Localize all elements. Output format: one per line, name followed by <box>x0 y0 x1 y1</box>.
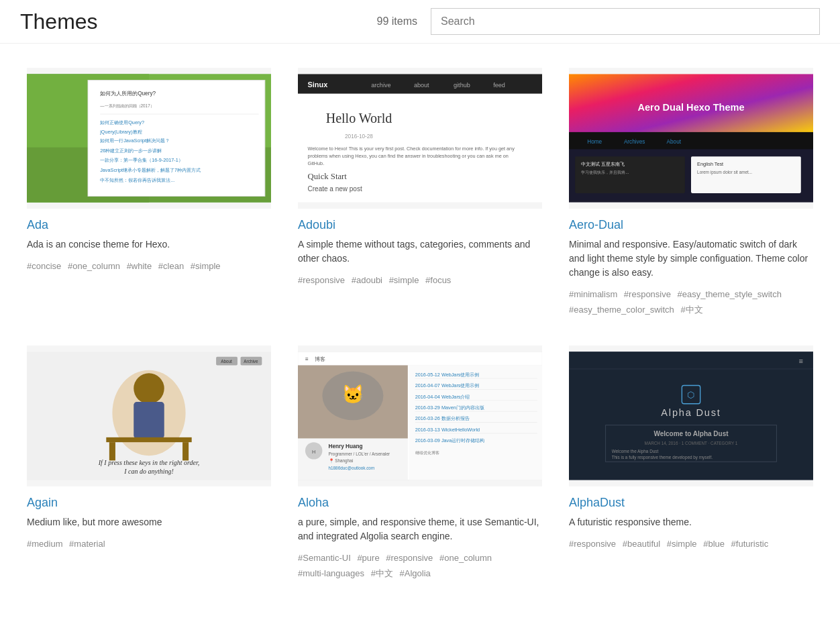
theme-card-adoubi: Sinux archive about github feed Hello Wo… <box>284 57 556 335</box>
svg-text:github: github <box>454 82 470 89</box>
svg-text:H: H <box>312 449 315 455</box>
svg-text:problems when using Hexo, you : problems when using Hexo, you can find t… <box>308 153 509 159</box>
svg-text:📍 Shanghai: 📍 Shanghai <box>329 458 354 464</box>
theme-tags-adoubi: #responsive #adoubi #simple #focus <box>298 272 542 288</box>
svg-text:Archives: Archives <box>624 139 645 145</box>
svg-text:Welcome the Alpha Dust: Welcome the Alpha Dust <box>612 448 659 454</box>
theme-desc-ada: Ada is an concise theme for Hexo. <box>27 237 271 252</box>
svg-text:2016-04-04  WebJars介绍: 2016-04-04 WebJars介绍 <box>415 393 470 399</box>
svg-text:学习使我快乐，并且我将...: 学习使我快乐，并且我将... <box>581 170 629 174</box>
svg-rect-45 <box>134 402 164 439</box>
svg-text:Programmer / LOL'er / Arsenale: Programmer / LOL'er / Arsenaler <box>329 452 391 457</box>
svg-text:Alpha Dust: Alpha Dust <box>661 407 721 418</box>
svg-text:≡: ≡ <box>305 356 309 362</box>
svg-text:如何用一行JavaScript解决问题？: 如何用一行JavaScript解决问题？ <box>100 138 170 144</box>
theme-tags-alphadust: #responsive #beautiful #simple #blue #fu… <box>569 536 813 551</box>
svg-rect-68 <box>415 400 537 401</box>
theme-desc-aloha: a pure, simple, and responsive theme, it… <box>298 515 542 543</box>
svg-rect-74 <box>415 433 537 433</box>
theme-thumbnail-adoubi: Sinux archive about github feed Hello Wo… <box>298 68 542 209</box>
theme-thumbnail-alphadust: ≡ ⬡ Alpha Dust Welcome to Alpha Dust MAR… <box>569 346 813 486</box>
theme-name-aero-dual[interactable]: Aero-Dual <box>569 218 813 232</box>
svg-rect-48 <box>182 442 189 460</box>
themes-grid: 如何为人所用的Query? —一系列指南的回顾（2017） 如何正确使用Quer… <box>0 44 840 598</box>
svg-text:继续优化博客: 继续优化博客 <box>415 450 439 455</box>
svg-text:2016-03-29  Maven门的内容出版: 2016-03-29 Maven门的内容出版 <box>415 405 484 411</box>
svg-text:26种建立正则的一步一步讲解: 26种建立正则的一步一步讲解 <box>100 148 162 154</box>
theme-card-aero-dual: Aero Dual Hexo Theme Home Archives About… <box>556 57 827 335</box>
svg-text:2016-05-12  WebJars使用示例: 2016-05-12 WebJars使用示例 <box>415 372 480 378</box>
page-header: Themes 99 items <box>0 0 840 44</box>
svg-text:2016-10-28: 2016-10-28 <box>345 134 373 140</box>
svg-text:2016-03-13  WicketHelloWorld: 2016-03-13 WicketHelloWorld <box>415 427 480 433</box>
svg-text:This is a fully responsive the: This is a fully responsive theme develop… <box>612 454 713 460</box>
theme-card-alphadust: ≡ ⬡ Alpha Dust Welcome to Alpha Dust MAR… <box>556 335 827 598</box>
svg-text:Quick Start: Quick Start <box>308 172 348 181</box>
theme-tags-ada: #concise #one_column #white #clean #simp… <box>27 258 271 274</box>
theme-thumbnail-aero-dual: Aero Dual Hexo Theme Home Archives About… <box>569 68 813 209</box>
theme-desc-again: Medium like, but more awesome <box>27 515 271 529</box>
svg-text:⬡: ⬡ <box>688 389 695 399</box>
theme-thumbnail-aloha: ≡ 博客 🐱 2016-05-12 WebJars使用示例 2016-04-07… <box>298 346 542 486</box>
theme-tags-again: #medium #material <box>27 536 271 551</box>
svg-text:Henry Huang: Henry Huang <box>329 443 363 450</box>
theme-tags-aero-dual: #minimalism #responsive #easy_theme_styl… <box>569 286 813 318</box>
svg-text:Welcome to Alpha Dust: Welcome to Alpha Dust <box>653 430 729 437</box>
theme-desc-adoubi: A simple theme without tags, categories,… <box>298 237 542 266</box>
svg-text:Home: Home <box>587 139 602 145</box>
svg-rect-72 <box>415 422 537 423</box>
svg-text:一款分享：第一季合集（16-9-2017-1）: 一款分享：第一季合集（16-9-2017-1） <box>100 157 183 163</box>
svg-text:About: About <box>667 139 682 145</box>
theme-name-again[interactable]: Again <box>27 496 271 510</box>
svg-text:博客: 博客 <box>315 356 325 362</box>
svg-text:About: About <box>221 359 232 364</box>
theme-name-ada[interactable]: Ada <box>27 218 271 232</box>
svg-text:≡: ≡ <box>799 357 803 365</box>
svg-text:—一系列指南的回顾（2017）: —一系列指南的回顾（2017） <box>100 104 154 109</box>
svg-text:about: about <box>414 82 429 89</box>
svg-point-44 <box>134 373 164 404</box>
svg-text:Lorem ipsum dolor sit amet...: Lorem ipsum dolor sit amet... <box>697 170 752 175</box>
theme-name-alphadust[interactable]: AlphaDust <box>569 496 813 510</box>
svg-text:Archive: Archive <box>244 359 258 364</box>
svg-text:I can do anything!: I can do anything! <box>123 468 174 475</box>
svg-text:feed: feed <box>493 82 505 89</box>
svg-text:中文测试 五星东南飞: 中文测试 五星东南飞 <box>581 161 625 167</box>
svg-text:🐱: 🐱 <box>342 383 365 405</box>
theme-card-aloha: ≡ 博客 🐱 2016-05-12 WebJars使用示例 2016-04-07… <box>284 335 556 598</box>
theme-desc-alphadust: A futuristic responsive theme. <box>569 515 813 529</box>
item-count: 99 items <box>377 15 417 28</box>
theme-thumbnail-ada: 如何为人所用的Query? —一系列指南的回顾（2017） 如何正确使用Quer… <box>27 68 271 209</box>
svg-text:中不知所然：假若你再告诉我算法...: 中不知所然：假若你再告诉我算法... <box>100 177 174 183</box>
svg-text:jQuery(Library)教程: jQuery(Library)教程 <box>99 129 142 135</box>
svg-text:Sinux: Sinux <box>308 81 328 89</box>
svg-rect-70 <box>415 411 537 412</box>
svg-rect-85 <box>569 352 813 368</box>
search-input[interactable] <box>431 8 820 35</box>
svg-text:Create a new post: Create a new post <box>308 185 362 193</box>
svg-text:2016-04-07  WebJars使用示例: 2016-04-07 WebJars使用示例 <box>415 382 480 388</box>
svg-text:如何为人所用的Query?: 如何为人所用的Query? <box>100 91 156 97</box>
svg-text:2016-03-09  Java运行时存储结构: 2016-03-09 Java运行时存储结构 <box>415 437 485 443</box>
svg-rect-32 <box>569 132 813 149</box>
theme-card-again: If I press these keys in the right order… <box>13 335 284 598</box>
svg-text:English Test: English Test <box>697 161 723 167</box>
svg-text:archive: archive <box>371 82 390 89</box>
svg-text:Aero Dual Hexo Theme: Aero Dual Hexo Theme <box>637 102 744 113</box>
theme-thumbnail-again: If I press these keys in the right order… <box>27 346 271 486</box>
svg-text:h1886duc@outlook.com: h1886duc@outlook.com <box>329 466 375 470</box>
theme-card-ada: 如何为人所用的Query? —一系列指南的回顾（2017） 如何正确使用Quer… <box>13 57 284 335</box>
svg-text:Hello World: Hello World <box>326 111 392 125</box>
page-title: Themes <box>20 9 98 34</box>
theme-tags-aloha: #Semantic-UI #pure #responsive #one_colu… <box>298 550 542 582</box>
svg-text:JavaScript继承小专题解析，解题了7种内置方式: JavaScript继承小专题解析，解题了7种内置方式 <box>100 167 201 173</box>
svg-text:MARCH 14, 2016 · 1 COMMENT · C: MARCH 14, 2016 · 1 COMMENT · CATEGORY 1 <box>645 441 738 445</box>
theme-name-aloha[interactable]: Aloha <box>298 496 542 510</box>
svg-text:Welcome to Hexo! This is your : Welcome to Hexo! This is your very first… <box>308 146 515 152</box>
svg-text:GitHub.: GitHub. <box>308 160 325 166</box>
svg-rect-56 <box>298 352 542 365</box>
theme-name-adoubi[interactable]: Adoubi <box>298 218 542 232</box>
svg-rect-66 <box>415 389 537 390</box>
svg-text:If I press these keys in the r: If I press these keys in the right order… <box>98 459 200 466</box>
svg-rect-47 <box>109 442 115 460</box>
